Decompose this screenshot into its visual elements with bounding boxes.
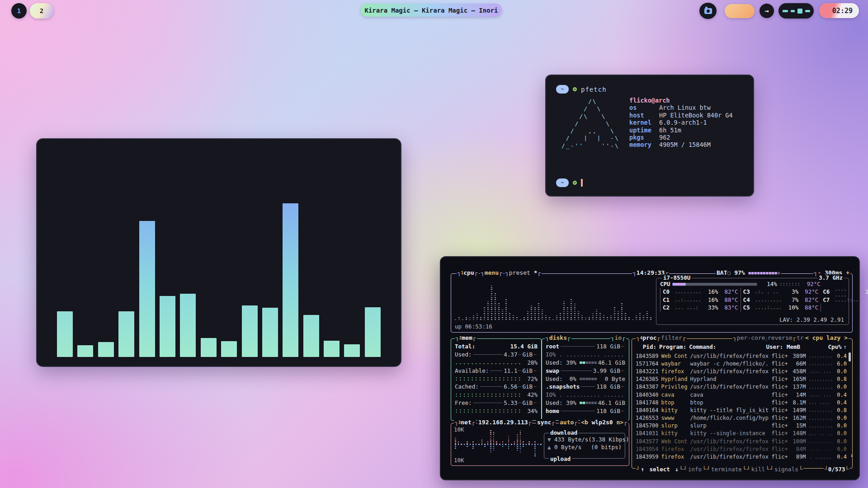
proc-percore-toggle[interactable]: ┐per-core┌ [732, 334, 769, 341]
screenshot-button[interactable] [699, 3, 717, 19]
net-up-column [534, 444, 536, 457]
btop-window[interactable]: ┐1cpu┌ ┐menu┌ ┐preset *┌ ┐14:29:33┌ BAT○… [440, 256, 860, 480]
process-row[interactable]: 1843221 firefox /usr/lib/firefox/firefox… [636, 367, 847, 375]
prompt-status-icon [573, 87, 577, 91]
prompt-dir-pill: ~ [556, 178, 569, 187]
clock[interactable]: 02:29 [819, 3, 859, 18]
process-row[interactable]: 1843589 Web Cont /usr/lib/firefox/firefo… [636, 352, 847, 360]
terminal-window[interactable]: ~ pfetch /\ / \ /\ \ / \ / ,, \ / | | -\… [545, 75, 754, 197]
process-row[interactable]: 1840164 kitty kitty --title fly_is_kitt … [636, 406, 847, 414]
tray-module[interactable] [778, 3, 814, 19]
prompt-line-active[interactable]: ~ [556, 178, 583, 187]
mem-used-meter: .....................28% [455, 359, 538, 367]
process-row[interactable]: 1841748 btop btop flic+ 8.1M ... .... . … [636, 399, 847, 406]
cava-bar [201, 338, 217, 357]
process-row[interactable]: 1843959 firefox /usr/lib/firefox/firefox… [636, 453, 847, 460]
cpu-graph-column [476, 314, 478, 320]
net-down-column [502, 441, 504, 444]
cpu-cores-subpanel: i7-8550U 3.7 GHz CPU ■■■■■■■■■■■■■■■■■■■… [656, 278, 849, 325]
status-pill[interactable] [725, 4, 755, 18]
cava-bars [57, 194, 381, 357]
cpu-core-row: C2 ... ...: 33% 83°C [660, 304, 741, 312]
net-scale-bottom: 10K [454, 457, 464, 464]
workspace-button-2[interactable]: 2 [30, 3, 53, 19]
workspace-button-1[interactable]: 1 [11, 3, 27, 19]
proc-sort-selector[interactable]: < cpu lazy > [804, 334, 849, 341]
net-up-column [496, 444, 497, 446]
process-row[interactable]: 1841031 kitty kitty --single-instance fl… [636, 430, 847, 437]
network-panel: ┐3net┌ 192.168.29.113┌ sync┌ auto┌ zero┌… [451, 423, 629, 466]
upload-speed-row: ▲ 0 Byte/s(0 bitps) [547, 444, 622, 451]
cpu-graph-column [531, 305, 532, 320]
net-up-column [458, 444, 459, 446]
proc-filter-button[interactable]: filter┌ [660, 334, 687, 341]
cava-bar [118, 311, 134, 357]
logout-button[interactable]: → [760, 4, 774, 18]
cpu-graph-column [636, 315, 637, 320]
cpu-core-grid: C0 ......... 16% 82°C C3 .:. . .. 3% 92°… [660, 288, 845, 312]
cava-bar [221, 341, 237, 357]
scroll-down-indicator: ↓ [850, 452, 853, 458]
command-text: pfetch [581, 86, 607, 93]
disks-panel-title: ┐disks┌ [545, 334, 571, 341]
process-row[interactable]: 1843387 Privileg /usr/lib/firefox/firefo… [636, 383, 847, 391]
net-panel-title: ┐3net┌ [454, 419, 476, 426]
cpu-graph-column [556, 315, 557, 320]
cava-bar [139, 221, 155, 357]
cpu-graph-column [643, 314, 644, 320]
cpu-graph-column [625, 313, 626, 320]
process-row[interactable]: 1843577 Web Cont /usr/lib/firefox/firefo… [636, 437, 847, 445]
cava-visualizer-window[interactable] [36, 138, 401, 367]
process-row[interactable]: 1843954 firefox /usr/lib/firefox/firefox… [636, 445, 847, 453]
net-ip-address: 192.168.29.113┌ [477, 419, 532, 426]
cava-bar [180, 294, 196, 357]
process-row[interactable]: 1840340 cava cava flic+ 14M .... ... 0.4 [636, 391, 847, 399]
net-up-column [528, 444, 530, 446]
cpu-model: i7-8550U [662, 274, 692, 281]
cpu-graph-column [516, 317, 518, 320]
process-row[interactable]: 1845700 slurp slurp flic+ 15M ......... … [636, 422, 847, 430]
info-button[interactable]: info [688, 466, 702, 473]
mem-free-meter: :::::::::::::::::::::34% [455, 407, 538, 415]
cpu-graph-column [524, 316, 525, 320]
process-scrollbar[interactable] [849, 352, 851, 361]
preset-button[interactable]: ┐preset *┌ [505, 269, 542, 276]
signals-button[interactable]: signals [774, 466, 798, 473]
net-sync-toggle[interactable]: sync┌ [536, 419, 556, 426]
cava-bar [324, 341, 340, 357]
pfetch-info-row: osArch Linux btw [629, 104, 733, 111]
menu-button[interactable]: ┐menu┌ [480, 269, 503, 276]
cpu-graph-column [534, 307, 536, 320]
cpu-graph-column [480, 316, 481, 320]
process-row[interactable]: 1426385 Hyprland Hyprland flic+ 165M ...… [636, 375, 847, 383]
load-average: LAV: 2.39 2.49 2.91 [779, 316, 844, 323]
process-row[interactable]: 1571764 waybar waybar -c /home/flicko/.c… [636, 360, 847, 367]
kill-button[interactable]: kill [751, 466, 765, 473]
proc-reverse-toggle[interactable]: reverse┌ [767, 334, 797, 341]
cpu-graph-column [614, 306, 615, 320]
pfetch-info-row: hostHP EliteBook 840r G4 [629, 112, 733, 119]
cpu-graph-column [560, 312, 561, 320]
cpu-graph-column [628, 316, 630, 320]
disks-io-toggle[interactable]: ┐io┌ [610, 334, 626, 341]
process-row[interactable]: 1426553 swww /home/flicko/.config/hypr f… [636, 414, 847, 422]
cpu-graph-column [599, 312, 601, 320]
terminate-button[interactable]: terminate [711, 466, 742, 473]
disk-snapshots-used: Used: 39% ■■■■■■46.1 GiB [546, 399, 625, 407]
cpu-graph-column [618, 310, 619, 320]
cpu-graph-column [552, 318, 554, 320]
net-interface-selector[interactable]: <b wlp2s0 n>┌ [580, 419, 628, 426]
net-up-column [467, 444, 468, 447]
disk-root-io: IO% . .......... ....... .. [546, 351, 625, 359]
net-auto-toggle[interactable]: auto┌ [559, 419, 578, 426]
cpu-core-row: C4 ......... 7% 82°C [741, 296, 821, 304]
cpu-graph-column [549, 317, 550, 320]
cpu-core-row: C7 ....::.. 3% 92°C [821, 296, 868, 304]
net-up-column [487, 444, 489, 446]
process-table-header[interactable]: Pid: Program: Command: User: MemB Cpu% ↑ [636, 343, 847, 350]
net-down-column [534, 441, 536, 444]
cpu-graph-column [592, 314, 594, 320]
cpu-graph-column [495, 293, 496, 320]
disk-swap-row: swap3.99 GiB [546, 366, 625, 375]
cava-bar [57, 311, 73, 357]
